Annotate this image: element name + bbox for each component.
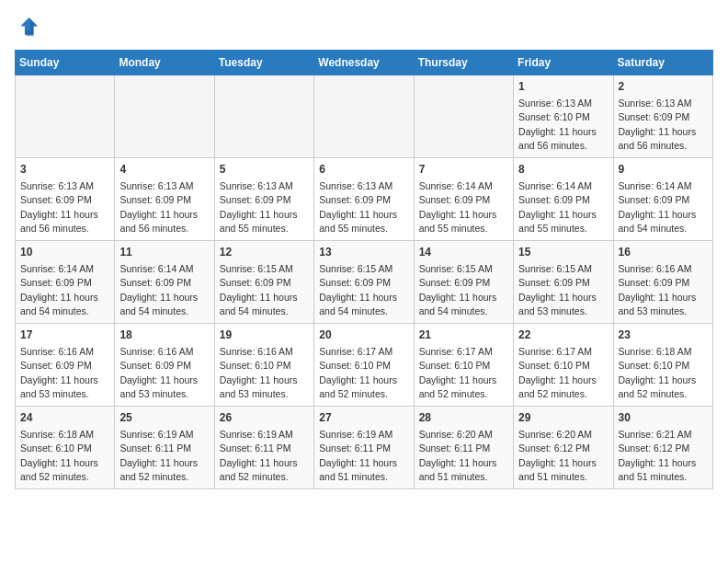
day-number: 18 xyxy=(119,327,209,343)
day-detail: Sunrise: 6:18 AM Sunset: 6:10 PM Dayligh… xyxy=(619,346,697,399)
day-detail: Sunrise: 6:19 AM Sunset: 6:11 PM Dayligh… xyxy=(220,429,298,482)
day-cell: 22Sunrise: 6:17 AM Sunset: 6:10 PM Dayli… xyxy=(514,324,613,407)
day-detail: Sunrise: 6:15 AM Sunset: 6:09 PM Dayligh… xyxy=(518,263,597,316)
day-cell: 16Sunrise: 6:16 AM Sunset: 6:09 PM Dayli… xyxy=(613,241,712,324)
day-detail: Sunrise: 6:17 AM Sunset: 6:10 PM Dayligh… xyxy=(419,346,497,399)
day-cell: 20Sunrise: 6:17 AM Sunset: 6:10 PM Dayli… xyxy=(314,324,414,407)
day-detail: Sunrise: 6:14 AM Sunset: 6:09 PM Dayligh… xyxy=(119,263,198,316)
day-detail: Sunrise: 6:19 AM Sunset: 6:11 PM Dayligh… xyxy=(119,429,198,482)
col-header-wednesday: Wednesday xyxy=(314,51,414,75)
calendar: SundayMondayTuesdayWednesdayThursdayFrid… xyxy=(15,50,713,489)
day-number: 29 xyxy=(518,410,608,426)
day-number: 10 xyxy=(20,245,109,260)
day-cell: 14Sunrise: 6:15 AM Sunset: 6:09 PM Dayli… xyxy=(414,241,513,324)
day-detail: Sunrise: 6:14 AM Sunset: 6:09 PM Dayligh… xyxy=(419,180,497,234)
day-detail: Sunrise: 6:15 AM Sunset: 6:09 PM Dayligh… xyxy=(419,263,497,316)
day-number: 16 xyxy=(619,245,708,260)
week-row-1: 1Sunrise: 6:13 AM Sunset: 6:10 PM Daylig… xyxy=(16,75,713,158)
day-cell xyxy=(16,75,115,158)
day-detail: Sunrise: 6:13 AM Sunset: 6:09 PM Dayligh… xyxy=(220,180,298,234)
day-detail: Sunrise: 6:20 AM Sunset: 6:12 PM Dayligh… xyxy=(518,429,597,482)
day-detail: Sunrise: 6:13 AM Sunset: 6:09 PM Dayligh… xyxy=(119,180,198,234)
day-detail: Sunrise: 6:19 AM Sunset: 6:11 PM Dayligh… xyxy=(319,429,397,482)
page-header xyxy=(15,15,713,40)
day-cell: 3Sunrise: 6:13 AM Sunset: 6:09 PM Daylig… xyxy=(16,158,115,241)
day-detail: Sunrise: 6:20 AM Sunset: 6:11 PM Dayligh… xyxy=(419,429,497,482)
day-detail: Sunrise: 6:13 AM Sunset: 6:09 PM Dayligh… xyxy=(619,98,697,151)
day-cell: 21Sunrise: 6:17 AM Sunset: 6:10 PM Dayli… xyxy=(414,324,513,407)
day-detail: Sunrise: 6:16 AM Sunset: 6:09 PM Dayligh… xyxy=(119,346,198,399)
col-header-sunday: Sunday xyxy=(16,51,115,75)
day-detail: Sunrise: 6:13 AM Sunset: 6:09 PM Dayligh… xyxy=(319,180,397,234)
day-number: 19 xyxy=(220,327,309,343)
day-number: 23 xyxy=(619,327,708,343)
col-header-tuesday: Tuesday xyxy=(214,51,313,75)
day-number: 28 xyxy=(419,410,508,426)
day-cell: 8Sunrise: 6:14 AM Sunset: 6:09 PM Daylig… xyxy=(514,158,613,241)
day-cell: 18Sunrise: 6:16 AM Sunset: 6:09 PM Dayli… xyxy=(115,324,214,407)
day-number: 21 xyxy=(419,327,508,343)
week-row-5: 24Sunrise: 6:18 AM Sunset: 6:10 PM Dayli… xyxy=(16,407,713,489)
logo xyxy=(15,15,44,40)
day-detail: Sunrise: 6:21 AM Sunset: 6:12 PM Dayligh… xyxy=(619,429,697,482)
day-number: 13 xyxy=(319,245,408,260)
day-detail: Sunrise: 6:14 AM Sunset: 6:09 PM Dayligh… xyxy=(20,263,98,316)
day-cell xyxy=(214,75,313,158)
day-cell: 9Sunrise: 6:14 AM Sunset: 6:09 PM Daylig… xyxy=(613,158,712,241)
day-number: 1 xyxy=(518,79,608,95)
day-number: 12 xyxy=(220,245,309,260)
col-header-saturday: Saturday xyxy=(613,51,712,75)
day-detail: Sunrise: 6:17 AM Sunset: 6:10 PM Dayligh… xyxy=(518,346,597,399)
week-row-3: 10Sunrise: 6:14 AM Sunset: 6:09 PM Dayli… xyxy=(16,241,713,324)
day-detail: Sunrise: 6:17 AM Sunset: 6:10 PM Dayligh… xyxy=(319,346,397,399)
col-header-friday: Friday xyxy=(514,51,613,75)
day-detail: Sunrise: 6:13 AM Sunset: 6:09 PM Dayligh… xyxy=(20,180,98,234)
day-detail: Sunrise: 6:18 AM Sunset: 6:10 PM Dayligh… xyxy=(20,429,98,482)
day-cell: 7Sunrise: 6:14 AM Sunset: 6:09 PM Daylig… xyxy=(414,158,513,241)
col-header-monday: Monday xyxy=(115,51,214,75)
day-number: 8 xyxy=(518,162,608,178)
day-number: 20 xyxy=(319,327,408,343)
day-detail: Sunrise: 6:14 AM Sunset: 6:09 PM Dayligh… xyxy=(518,180,597,234)
day-cell: 6Sunrise: 6:13 AM Sunset: 6:09 PM Daylig… xyxy=(314,158,414,241)
day-detail: Sunrise: 6:13 AM Sunset: 6:10 PM Dayligh… xyxy=(518,98,597,151)
day-number: 26 xyxy=(220,410,309,426)
week-row-4: 17Sunrise: 6:16 AM Sunset: 6:09 PM Dayli… xyxy=(16,324,713,407)
day-number: 30 xyxy=(619,410,708,426)
day-cell: 24Sunrise: 6:18 AM Sunset: 6:10 PM Dayli… xyxy=(16,407,115,489)
day-cell: 1Sunrise: 6:13 AM Sunset: 6:10 PM Daylig… xyxy=(514,75,613,158)
day-number: 5 xyxy=(220,162,309,178)
week-row-2: 3Sunrise: 6:13 AM Sunset: 6:09 PM Daylig… xyxy=(16,158,713,241)
day-cell: 29Sunrise: 6:20 AM Sunset: 6:12 PM Dayli… xyxy=(514,407,613,489)
day-cell: 23Sunrise: 6:18 AM Sunset: 6:10 PM Dayli… xyxy=(613,324,712,407)
day-cell: 5Sunrise: 6:13 AM Sunset: 6:09 PM Daylig… xyxy=(214,158,313,241)
day-number: 17 xyxy=(20,327,109,343)
day-cell xyxy=(414,75,513,158)
day-number: 25 xyxy=(119,410,209,426)
calendar-header-row: SundayMondayTuesdayWednesdayThursdayFrid… xyxy=(16,51,713,75)
day-cell: 13Sunrise: 6:15 AM Sunset: 6:09 PM Dayli… xyxy=(314,241,414,324)
day-cell: 12Sunrise: 6:15 AM Sunset: 6:09 PM Dayli… xyxy=(214,241,313,324)
day-cell: 15Sunrise: 6:15 AM Sunset: 6:09 PM Dayli… xyxy=(514,241,613,324)
day-cell: 28Sunrise: 6:20 AM Sunset: 6:11 PM Dayli… xyxy=(414,407,513,489)
day-cell: 17Sunrise: 6:16 AM Sunset: 6:09 PM Dayli… xyxy=(16,324,115,407)
day-number: 3 xyxy=(20,162,109,178)
day-detail: Sunrise: 6:16 AM Sunset: 6:10 PM Dayligh… xyxy=(220,346,298,399)
day-detail: Sunrise: 6:14 AM Sunset: 6:09 PM Dayligh… xyxy=(619,180,697,234)
day-cell: 30Sunrise: 6:21 AM Sunset: 6:12 PM Dayli… xyxy=(613,407,712,489)
day-number: 14 xyxy=(419,245,508,260)
day-cell: 26Sunrise: 6:19 AM Sunset: 6:11 PM Dayli… xyxy=(214,407,313,489)
day-number: 24 xyxy=(20,410,109,426)
day-cell xyxy=(115,75,214,158)
logo-icon xyxy=(15,15,40,40)
day-number: 11 xyxy=(119,245,209,260)
day-cell: 2Sunrise: 6:13 AM Sunset: 6:09 PM Daylig… xyxy=(613,75,712,158)
day-number: 15 xyxy=(518,245,608,260)
day-detail: Sunrise: 6:16 AM Sunset: 6:09 PM Dayligh… xyxy=(20,346,98,399)
day-cell: 4Sunrise: 6:13 AM Sunset: 6:09 PM Daylig… xyxy=(115,158,214,241)
col-header-thursday: Thursday xyxy=(414,51,513,75)
day-number: 6 xyxy=(319,162,408,178)
day-cell: 10Sunrise: 6:14 AM Sunset: 6:09 PM Dayli… xyxy=(16,241,115,324)
day-detail: Sunrise: 6:16 AM Sunset: 6:09 PM Dayligh… xyxy=(619,263,697,316)
day-cell: 11Sunrise: 6:14 AM Sunset: 6:09 PM Dayli… xyxy=(115,241,214,324)
